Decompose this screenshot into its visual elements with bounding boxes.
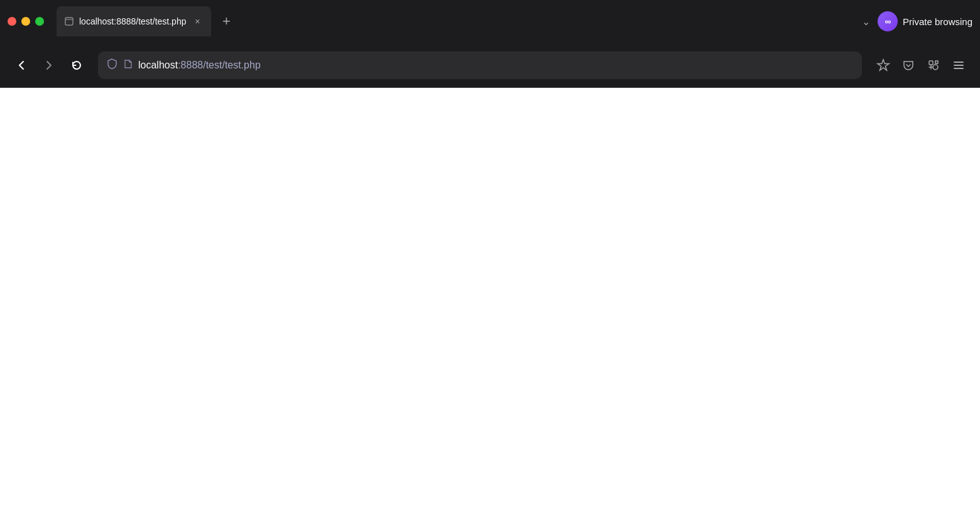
reload-button[interactable] <box>65 54 88 77</box>
maximize-button[interactable] <box>35 17 44 26</box>
back-icon <box>15 59 28 72</box>
bookmark-button[interactable] <box>872 54 895 77</box>
close-button[interactable] <box>8 17 16 26</box>
page-content <box>0 88 980 526</box>
private-browsing-icon: ∞ <box>878 11 898 31</box>
tab-favicon <box>64 16 74 26</box>
tab-bar: localhost:8888/test/test.php × + ⌄ ∞ Pri… <box>0 0 980 43</box>
nav-bar-right-icons <box>872 54 970 77</box>
tab-close-button[interactable]: × <box>191 15 204 28</box>
private-browsing-button[interactable]: ∞ Private browsing <box>878 11 972 31</box>
extensions-icon <box>927 59 940 72</box>
infinity-icon: ∞ <box>885 16 891 26</box>
url-port-path: :8888/test/test.php <box>178 60 261 70</box>
reload-icon <box>70 59 83 72</box>
extensions-button[interactable] <box>922 54 945 77</box>
url-text: localhost:8888/test/test.php <box>138 60 854 71</box>
tab-bar-right: ⌄ ∞ Private browsing <box>862 11 972 31</box>
tab-title: localhost:8888/test/test.php <box>79 16 186 26</box>
tabs-dropdown-icon[interactable]: ⌄ <box>862 16 870 28</box>
private-browsing-label: Private browsing <box>903 16 972 27</box>
svg-rect-2 <box>929 61 933 65</box>
active-tab[interactable]: localhost:8888/test/test.php × <box>57 6 211 36</box>
hamburger-icon <box>952 59 965 72</box>
forward-icon <box>43 59 55 72</box>
svg-rect-0 <box>65 18 73 25</box>
url-host: localhost <box>138 60 178 70</box>
back-button[interactable] <box>10 54 33 77</box>
pocket-button[interactable] <box>897 54 920 77</box>
pocket-icon <box>902 59 915 72</box>
nav-bar: localhost:8888/test/test.php <box>0 43 980 88</box>
star-icon <box>876 58 890 72</box>
forward-button[interactable] <box>38 54 60 77</box>
url-bar[interactable]: localhost:8888/test/test.php <box>98 51 862 79</box>
page-icon <box>123 59 133 72</box>
security-shield-icon <box>106 58 118 73</box>
window-controls <box>8 17 44 26</box>
new-tab-button[interactable]: + <box>216 11 236 31</box>
menu-button[interactable] <box>947 54 970 77</box>
minimize-button[interactable] <box>21 17 30 26</box>
